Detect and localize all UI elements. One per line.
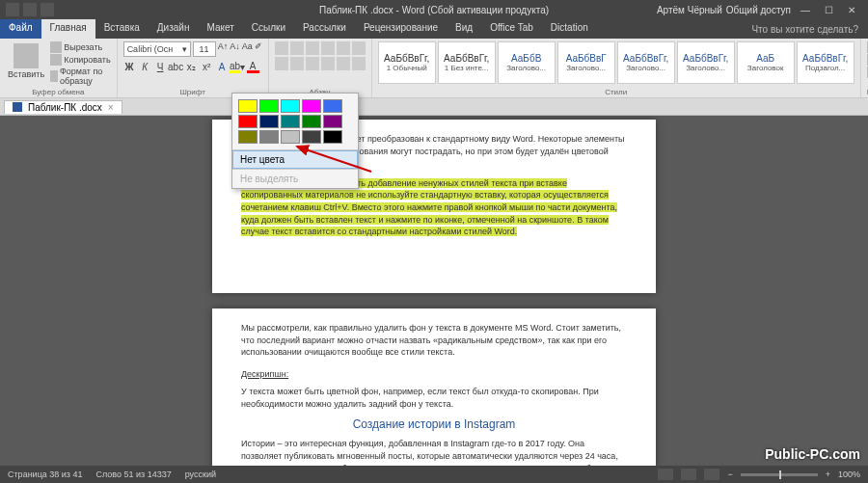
text-effects-icon[interactable]: A [216,61,229,73]
align-left-icon[interactable] [275,57,288,70]
tab-officetab[interactable]: Office Tab [481,19,542,39]
group-editing: Найти Заменить Выделить Редактирование [861,39,868,97]
highlight-swatch[interactable] [238,99,258,113]
tell-me-search[interactable]: Что вы хотите сделать? [751,24,858,35]
shading-icon[interactable] [352,57,366,70]
group-styles: АаБбВвГг,1 ОбычныйАаБбВвГг,1 Без инте...… [372,39,861,97]
highlight-color-grid [232,94,358,149]
zoom-out-icon[interactable]: − [727,470,732,479]
align-center-icon[interactable] [290,57,304,70]
tab-insert[interactable]: Вставка [95,19,149,39]
highlight-swatch[interactable] [259,130,279,144]
underline-button[interactable]: Ч [154,61,167,73]
grow-font-icon[interactable]: A↑ [218,41,229,57]
highlight-swatch[interactable] [323,115,342,128]
italic-button[interactable]: К [139,61,151,73]
align-justify-icon[interactable] [321,57,335,70]
quick-undo-icon[interactable] [23,3,37,16]
web-layout-icon[interactable] [704,469,719,480]
word-count-status[interactable]: Слово 51 из 14337 [95,470,171,479]
font-size-combo[interactable]: 11 [193,41,216,57]
copy-icon [50,54,62,66]
subscript-button[interactable]: x₂ [185,61,198,73]
sort-icon[interactable] [352,41,366,55]
language-status[interactable]: русский [185,470,216,479]
style-item-4[interactable]: АаБбВвГг,Заголово... [617,41,675,84]
indent-decrease-icon[interactable] [321,41,335,55]
minimize-icon[interactable]: — [795,2,816,17]
zoom-level[interactable]: 100% [838,470,860,479]
highlight-swatch[interactable] [302,99,321,113]
clear-format-icon[interactable]: ✐ [255,41,262,57]
bullets-icon[interactable] [275,41,288,55]
page-status[interactable]: Страница 38 из 41 [8,470,82,479]
highlight-color-dropdown: Нет цвета Не выделять [231,93,359,189]
style-item-5[interactable]: АаБбВвГг,Заголово... [677,41,735,84]
tab-view[interactable]: Вид [447,19,481,39]
style-item-7[interactable]: АаБбВвГг,Подзагол... [797,41,854,84]
format-painter-button[interactable]: Формат по образцу [50,67,110,86]
tab-file[interactable]: Файл [0,19,41,39]
quick-redo-icon[interactable] [41,3,54,16]
line-spacing-icon[interactable] [337,57,350,70]
no-highlight-option: Не выделять [232,170,358,188]
highlight-swatch[interactable] [302,130,321,144]
group-paragraph: Абзац [269,39,372,97]
word-doc-icon [13,102,22,112]
document-canvas[interactable]: Текст будет преобразован к стандартному … [0,116,868,466]
highlight-swatch[interactable] [323,99,342,113]
tab-review[interactable]: Рецензирование [355,19,447,39]
title-bar: Паблик-ПК .docx - Word (Сбой активации п… [0,0,868,19]
tab-layout[interactable]: Макет [198,19,242,39]
tab-design[interactable]: Дизайн [149,19,199,39]
copy-button[interactable]: Копировать [50,54,110,66]
change-case-icon[interactable]: Aa [242,41,253,57]
user-name[interactable]: Артём Чёрный [657,5,722,15]
multilevel-icon[interactable] [306,41,319,55]
highlight-swatch[interactable] [281,99,300,113]
bold-button[interactable]: Ж [123,61,136,73]
highlight-swatch[interactable] [238,130,258,144]
tab-mailings[interactable]: Рассылки [294,19,355,39]
style-item-1[interactable]: АаБбВвГг,1 Без инте... [438,41,496,84]
highlight-swatch[interactable] [281,115,300,128]
style-item-0[interactable]: АаБбВвГг,1 Обычный [378,41,436,84]
zoom-slider[interactable] [741,473,818,476]
no-color-option[interactable]: Нет цвета [232,150,358,169]
font-color-button[interactable]: A [247,61,259,73]
document-tab[interactable]: Паблик-ПК .docx × [4,100,122,114]
tab-dictation[interactable]: Dictation [542,19,597,39]
style-item-6[interactable]: АаБЗаголовок [737,41,795,84]
ribbon-tabs: Файл Главная Вставка Дизайн Макет Ссылки… [0,19,868,39]
highlight-swatch[interactable] [323,130,342,144]
cut-button[interactable]: Вырезать [50,41,110,53]
read-mode-icon[interactable] [658,469,673,480]
font-name-combo[interactable]: Calibri (Осн▾ [123,41,191,57]
numbering-icon[interactable] [290,41,304,55]
tab-references[interactable]: Ссылки [243,19,294,39]
zoom-in-icon[interactable]: + [826,470,830,479]
share-button[interactable]: Общий доступ [726,5,791,15]
highlight-color-button[interactable]: ab▾ [231,61,244,73]
strike-button[interactable]: abc [170,61,182,73]
highlight-swatch[interactable] [302,115,321,128]
highlight-swatch[interactable] [259,115,279,128]
shrink-font-icon[interactable]: A↓ [230,41,240,57]
print-layout-icon[interactable] [681,469,696,480]
close-icon[interactable]: ✕ [841,2,862,17]
style-item-2[interactable]: АаБбВЗаголово... [498,41,556,84]
description-label: Дескрипшн: [241,369,288,379]
quick-save-icon[interactable] [6,3,19,16]
superscript-button[interactable]: x² [201,61,213,73]
align-right-icon[interactable] [306,57,319,70]
highlight-swatch[interactable] [281,130,300,144]
highlight-swatch[interactable] [238,115,258,128]
cut-icon [50,41,62,53]
paste-button[interactable]: Вставить [6,41,46,81]
highlight-swatch[interactable] [259,99,279,113]
indent-increase-icon[interactable] [337,41,350,55]
maximize-icon[interactable]: ☐ [818,2,839,17]
tab-home[interactable]: Главная [41,19,95,39]
style-item-3[interactable]: АаБбВвГЗаголово... [557,41,615,84]
close-tab-icon[interactable]: × [108,102,114,113]
